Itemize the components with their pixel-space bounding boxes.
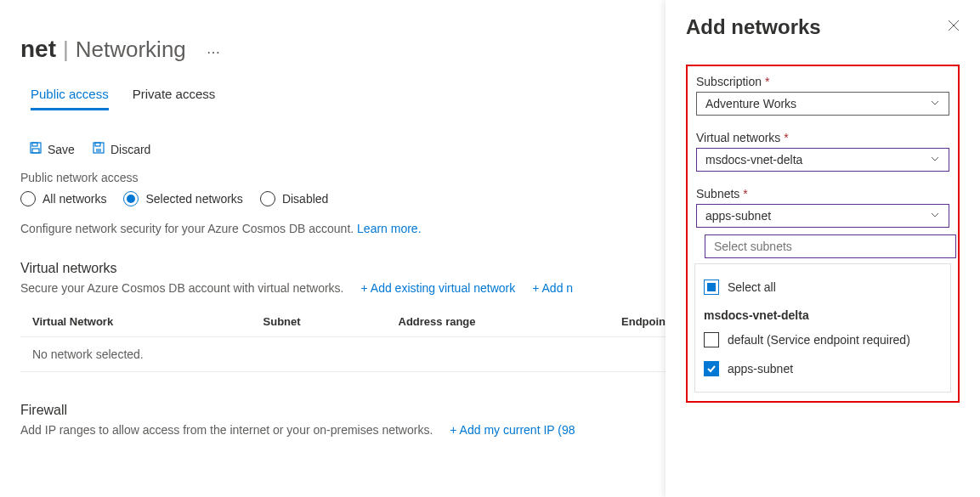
save-label: Save (48, 143, 75, 156)
select-all-label: Select all (728, 280, 776, 294)
subscription-label: Subscription * (696, 75, 949, 88)
radio-disabled-label: Disabled (282, 192, 328, 206)
page-title: Networking (76, 37, 186, 63)
svg-rect-2 (32, 149, 39, 153)
subnet-dropdown: Select all msdocs-vnet-delta default (Se… (694, 263, 951, 393)
discard-icon (92, 141, 105, 157)
add-current-ip-link[interactable]: + Add my current IP (98 (450, 423, 575, 437)
chevron-down-icon (930, 98, 940, 110)
discard-button[interactable]: Discard (92, 141, 150, 157)
subnet-group-label: msdocs-vnet-delta (704, 302, 942, 325)
vnet-field-label: Virtual networks * (696, 131, 949, 144)
chevron-down-icon (930, 210, 940, 223)
subnets-label: Subnets * (696, 187, 949, 200)
learn-more-link[interactable]: Learn more. (357, 222, 421, 235)
vnet-desc: Secure your Azure Cosmos DB account with… (20, 281, 344, 295)
panel-title: Add networks (686, 15, 821, 39)
more-icon[interactable]: ⋯ (207, 44, 220, 60)
highlight-box: Subscription * Adventure Works Virtual n… (686, 65, 960, 403)
tab-private-access[interactable]: Private access (133, 87, 216, 110)
subnets-value: apps-subnet (705, 209, 771, 223)
subscription-value: Adventure Works (705, 97, 796, 110)
add-networks-panel: Add networks Subscription * Adventure Wo… (666, 0, 980, 497)
select-all-row[interactable]: Select all (704, 273, 942, 302)
checkbox-indeterminate-icon (704, 280, 719, 295)
subnet-option-label: default (Service endpoint required) (728, 333, 910, 347)
checkbox-checked-icon (704, 361, 719, 376)
tab-public-access[interactable]: Public access (31, 87, 109, 110)
subnet-search-input[interactable] (705, 234, 956, 258)
radio-all-label: All networks (42, 192, 106, 206)
col-virtual-network: Virtual Network (20, 307, 252, 337)
subnet-option-label: apps-subnet (728, 362, 793, 376)
svg-rect-1 (32, 143, 37, 146)
checkbox-unchecked-icon (704, 332, 719, 347)
resource-name-fragment: net (20, 36, 56, 63)
close-icon[interactable] (948, 20, 960, 35)
svg-rect-4 (95, 143, 100, 146)
add-new-vnet-link[interactable]: + Add n (532, 281, 573, 295)
radio-disabled[interactable]: Disabled (260, 191, 328, 206)
save-button[interactable]: Save (29, 141, 75, 157)
radio-all-networks[interactable]: All networks (20, 191, 106, 206)
radio-selected-label: Selected networks (145, 192, 242, 206)
vnet-value: msdocs-vnet-delta (705, 153, 802, 167)
subnet-option-default[interactable]: default (Service endpoint required) (704, 325, 942, 354)
firewall-desc: Add IP ranges to allow access from the i… (20, 423, 433, 437)
discard-label: Discard (110, 143, 150, 156)
add-existing-vnet-link[interactable]: + Add existing virtual network (361, 281, 516, 295)
subnet-option-apps[interactable]: apps-subnet (704, 354, 942, 383)
save-icon (29, 141, 42, 157)
separator: | (63, 37, 69, 63)
radio-selected-networks[interactable]: Selected networks (123, 191, 242, 206)
subscription-select[interactable]: Adventure Works (696, 92, 949, 116)
subnets-select[interactable]: apps-subnet (696, 204, 949, 228)
vnet-select[interactable]: msdocs-vnet-delta (696, 148, 949, 172)
chevron-down-icon (930, 154, 940, 167)
col-subnet: Subnet (252, 307, 387, 337)
col-address-range: Address range (387, 307, 610, 337)
